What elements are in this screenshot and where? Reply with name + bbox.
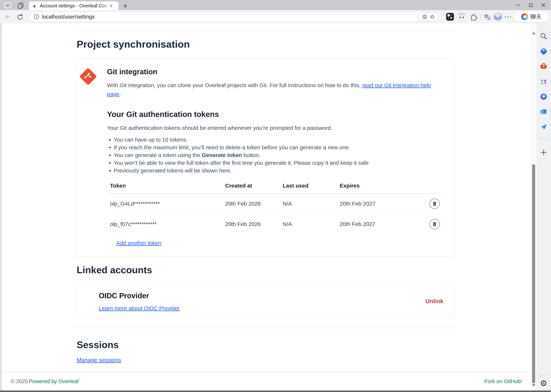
tokens-table: Token Created at Last used Expires olp_G…	[107, 181, 443, 234]
page-footer: © 2025 Powered by Overleaf Fork on GitHu…	[2, 372, 531, 391]
window-controls	[512, 0, 550, 10]
list-item: Previously generated tokens will be show…	[114, 167, 443, 175]
maximize-button[interactable]	[524, 0, 537, 10]
intro-text-end: .	[119, 91, 121, 97]
sidebar-search-button[interactable]	[539, 32, 548, 41]
git-integration-title: Git integration	[107, 67, 443, 77]
delete-token-button[interactable]	[430, 219, 440, 229]
token-value: olp_G4Ld************	[107, 193, 222, 214]
sidebar-microsoft365-button[interactable]	[539, 92, 548, 101]
tokens-subtitle: Your Git authentication tokens should be…	[107, 124, 443, 132]
oidc-provider-title: OIDC Provider	[99, 291, 180, 301]
scroll-down-arrow-icon[interactable]	[532, 384, 536, 387]
column-header-last-used: Last used	[280, 181, 337, 193]
section-title-project-sync: Project synchronisation	[77, 38, 455, 50]
git-integration-card: Git integration With Git integration, yo…	[77, 58, 455, 257]
column-header-token: Token	[107, 181, 222, 193]
token-last-used: N/A	[280, 193, 337, 214]
git-integration-intro: With Git integration, you can clone your…	[107, 81, 436, 98]
extensions-button[interactable]	[469, 13, 478, 21]
copilot-outline-icon	[422, 14, 427, 19]
sidebar-drop-button[interactable]	[539, 122, 548, 131]
column-header-created: Created at	[222, 181, 280, 193]
sidebar-tools-button[interactable]	[539, 62, 548, 71]
refresh-icon	[17, 14, 23, 20]
sidebar-settings-button[interactable]: ⚙	[539, 379, 548, 388]
screenshot-extension-icon	[446, 13, 454, 21]
delete-token-button[interactable]	[430, 199, 440, 209]
back-arrow-icon	[5, 14, 11, 20]
trash-icon	[432, 201, 437, 206]
generate-token-emphasis: Generate token	[202, 152, 242, 158]
extension-screenshot-button[interactable]	[446, 13, 454, 21]
back-button[interactable]	[4, 13, 11, 21]
token-notes-list: You can have up to 10 tokens. If you rea…	[107, 136, 443, 175]
web-content: Project synchronisation Git integrati	[2, 23, 536, 391]
toolbar-divider	[480, 14, 481, 20]
sidebar-outlook-button[interactable]	[539, 107, 548, 116]
tab-search-button[interactable]	[4, 2, 12, 9]
table-row: olp_f07c************ 20th Feb 2026 N/A 2…	[107, 214, 443, 234]
copilot-address-pill[interactable]	[417, 13, 439, 21]
copilot-chat-button[interactable]: 聊天	[514, 11, 549, 22]
sidebar-customize-button[interactable]	[539, 148, 548, 157]
profile-avatar	[494, 13, 502, 21]
scroll-up-arrow-icon[interactable]	[532, 32, 536, 34]
table-row: olp_G4Ld************ 20th Feb 2026 N/A 2…	[107, 193, 443, 214]
manage-sessions-link[interactable]: Manage sessions	[77, 357, 121, 364]
toolbox-icon	[540, 62, 548, 70]
chess-games-icon	[540, 77, 548, 85]
previous-section-border	[77, 30, 455, 31]
paper-plane-icon	[540, 123, 548, 131]
browser-menu-button[interactable]: ⋯	[503, 13, 512, 21]
address-bar[interactable]: localhost/user/settings	[29, 11, 441, 22]
new-tab-button[interactable]: +	[121, 2, 129, 10]
list-item: You can have up to 10 tokens.	[114, 136, 443, 144]
settings-container: Project synchronisation Git integrati	[77, 30, 455, 364]
sidebar-games-button[interactable]	[539, 77, 548, 86]
section-divider	[77, 328, 455, 328]
close-icon	[541, 3, 546, 7]
page-scrollbar[interactable]	[531, 23, 536, 391]
sidebar-shopping-button[interactable]	[539, 47, 548, 56]
unlink-button[interactable]: Unlink	[425, 298, 443, 305]
search-icon	[540, 32, 548, 40]
column-header-expires: Expires	[337, 181, 421, 193]
url-text[interactable]: localhost/user/settings	[42, 14, 417, 20]
bookmark-star-icon[interactable]	[430, 14, 435, 19]
section-title-linked-accounts: Linked accounts	[77, 264, 455, 276]
favorites-list-icon	[483, 13, 491, 21]
minimize-button[interactable]	[512, 0, 524, 10]
fork-on-github-link[interactable]: Fork on GitHub!	[484, 378, 522, 385]
overleaf-favicon-icon	[32, 3, 37, 9]
table-header-row: Token Created at Last used Expires	[107, 181, 443, 193]
tab-title: Account settings - Overleaf Comm	[40, 3, 108, 9]
anime-extension-icon	[458, 13, 466, 21]
copilot-logo-icon	[521, 13, 528, 20]
list-item: You won’t be able to view the full token…	[114, 159, 443, 167]
browser-toolbar: localhost/user/settings	[0, 10, 551, 23]
site-info-icon[interactable]	[34, 14, 39, 20]
maximize-icon	[528, 3, 533, 7]
profile-button[interactable]	[494, 13, 502, 21]
extension-anime-button[interactable]	[458, 13, 466, 21]
trash-icon	[432, 222, 437, 227]
powered-by-overleaf-link[interactable]: Powered by Overleaf	[29, 378, 78, 384]
refresh-button[interactable]	[16, 13, 23, 21]
copyright-text: © 2025	[11, 378, 28, 384]
close-window-button[interactable]	[537, 0, 550, 10]
workspaces-icon	[17, 2, 24, 9]
bullet-text: You can generate a token using the	[114, 152, 202, 158]
workspaces-button[interactable]	[17, 2, 24, 9]
token-created: 20th Feb 2026	[222, 193, 280, 214]
token-value: olp_f07c************	[107, 214, 222, 234]
favorites-button[interactable]	[483, 13, 491, 21]
add-another-token-link[interactable]: Add another token	[116, 240, 161, 246]
list-item: If you reach the maximum limit, you’ll n…	[114, 144, 443, 151]
sidebar-bottom-divider	[538, 375, 549, 376]
scrollbar-thumb[interactable]	[532, 164, 535, 383]
oidc-learn-more-link[interactable]: Learn more about OIDC Provider	[99, 305, 180, 311]
edge-sidebar: ⚙	[536, 23, 551, 391]
outlook-icon	[540, 108, 548, 116]
browser-tab[interactable]: Account settings - Overleaf Comm	[29, 1, 119, 10]
